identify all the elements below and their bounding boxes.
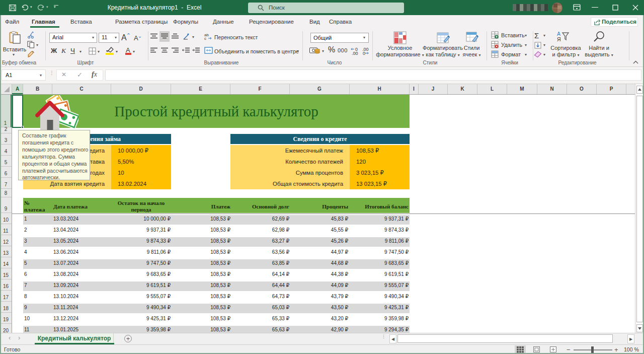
svg-text:Я: Я	[557, 36, 561, 42]
svg-text:.00: .00	[352, 51, 358, 55]
svg-text:c: c	[204, 36, 206, 40]
svg-text:0: 0	[363, 51, 365, 55]
